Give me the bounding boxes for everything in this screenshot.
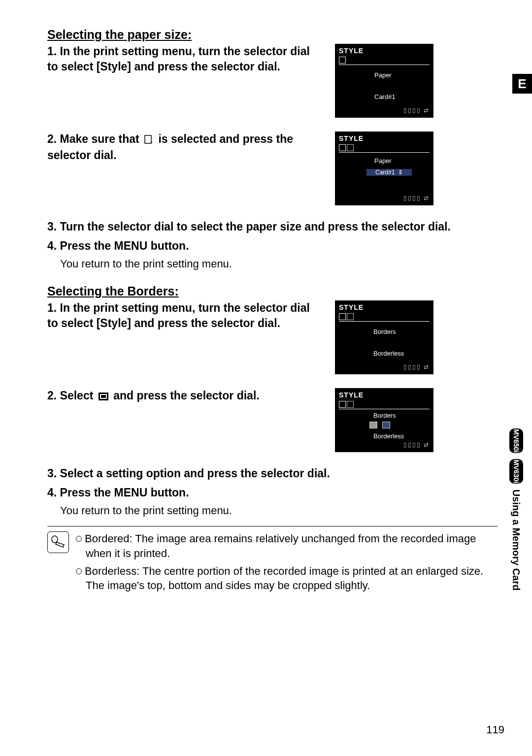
screenshot-style-paper-selected: STYLE Paper Card#1 ⇕ ▯▯▯▯ ⇄ [335,131,433,205]
borders-step-1: 1. In the print setting menu, turn the s… [47,300,323,331]
svg-point-4 [52,536,58,543]
heading-paper-size: Selecting the paper size: [47,28,498,42]
paper-step-4-sub: You return to the print setting menu. [60,258,498,270]
heading-borders: Selecting the Borders: [47,284,498,298]
note-icon [47,531,69,553]
page-number: 119 [486,723,504,736]
section-name: Using a Memory Card [511,490,522,591]
paper-step-2: 2. Make sure that is selected and press … [47,131,323,163]
paper-icon [144,132,153,148]
borders-icon [99,389,108,404]
screenshot-style-borders: STYLE Borders Borderless ▯▯▯▯ ⇄ [335,300,433,374]
note-bordered: Bordered: The image area remains relativ… [76,531,498,560]
paper-step-4: 4. Press the MENU button. [47,238,498,254]
model-pill-2: MV630i [509,459,523,484]
screenshot-style-paper: STYLE Paper Card#1 ▯▯▯▯ ⇄ [335,44,433,118]
paper-step-1: 1. In the print setting menu, turn the s… [47,44,323,74]
language-tab: E [512,74,532,94]
svg-rect-0 [145,135,151,143]
paper-step-3: 3. Turn the selector dial to select the … [47,219,498,234]
svg-rect-3 [101,395,106,398]
notes-box: Bordered: The image area remains relativ… [47,526,498,596]
borders-step-3: 3. Select a setting option and press the… [47,466,498,481]
borders-step-2: 2. Select and press the selector dial. [47,388,323,404]
model-pill-1: MV650i [509,428,523,453]
note-borderless: Borderless: The centre portion of the re… [76,564,498,593]
side-label: MV650i MV630i Using a Memory Card [509,428,523,591]
borders-step-4: 4. Press the MENU button. [47,485,498,500]
manual-page: E MV650i MV630i Using a Memory Card Sele… [0,0,532,756]
borders-step-4-sub: You return to the print setting menu. [60,504,498,517]
screenshot-style-borders-selected: STYLE Borders Borderless ▯▯▯▯ ⇄ [335,388,433,452]
